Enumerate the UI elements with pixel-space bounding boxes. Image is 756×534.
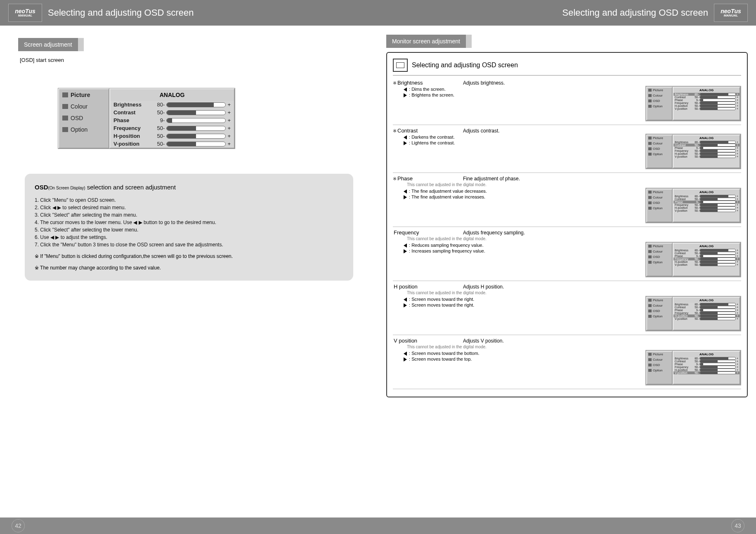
osd-icon (62, 116, 68, 121)
setting-desc: Fine adjustment of phase. (463, 176, 520, 182)
slider-value: 50 (151, 109, 163, 116)
action-right: : The fine adjustment value increases. (409, 194, 485, 199)
setting-name: ※Phase (393, 175, 463, 182)
osd-menu-osd[interactable]: OSD (59, 112, 109, 124)
right-arrow-icon (404, 141, 407, 145)
action-right: : Increases sampling frequency value. (409, 248, 485, 253)
instruction-step: 2. Click ◀ ▶ to select desired main menu… (35, 205, 343, 210)
setting-v-position: V positionAdjusts V position.This cannot… (393, 337, 741, 389)
left-arrow-icon (404, 135, 407, 139)
action-right: : Screen moves toward the top. (409, 357, 472, 362)
right-arrow-icon (404, 357, 407, 362)
section-heading: Screen adjustment (18, 38, 84, 51)
osd-slider-row[interactable]: Phase9 - + (110, 116, 234, 124)
osd-analog-title: ANALOG (110, 89, 234, 101)
setting-desc: Adjusts frequency sampling. (463, 230, 525, 236)
slider-track[interactable] (166, 110, 226, 115)
slider-track[interactable] (166, 126, 226, 131)
osd-thumbnail: PictureColourOSDOptionANALOGBrightness80… (645, 188, 741, 223)
setting-brightness: ※BrightnessAdjusts brightness. : Dims th… (393, 79, 741, 125)
picture-icon (62, 92, 68, 97)
left-arrow-icon (404, 87, 407, 92)
action-left: : Reduces sampling frequency value. (409, 243, 483, 248)
page-number: 43 (731, 519, 744, 532)
panel-title: Selecting and adjusting OSD screen (412, 61, 518, 69)
slider-label: Frequency (113, 125, 151, 131)
right-arrow-icon (404, 303, 407, 307)
footer-bar-right: 43 (378, 517, 756, 534)
setting-contrast: ※ContrastAdjusts contrast. : Darkens the… (393, 127, 741, 173)
osd-slider-row[interactable]: Brightness80 - + (110, 101, 234, 109)
osd-slider-row[interactable]: Frequency50 - + (110, 124, 234, 132)
instructions-box: OSD(On Screen Display) selection and scr… (25, 174, 353, 281)
footer-bar-left: 42 (0, 517, 378, 534)
slider-track[interactable] (166, 142, 226, 146)
left-arrow-icon (404, 352, 407, 356)
slider-label: Brightness (113, 102, 151, 108)
page-header-right: Selecting and adjusting OSD screen neoTu… (378, 0, 756, 26)
slider-label: H-position (113, 133, 151, 139)
right-arrow-icon (404, 249, 407, 253)
osd-thumbnail: PictureColourOSDOptionANALOGBrightness80… (645, 296, 741, 331)
instructions-heading: OSD(On Screen Display) selection and scr… (35, 184, 343, 191)
setting-actions: : Reduces sampling frequency value. : In… (393, 242, 641, 254)
setting-actions: : Darkens the contrast. : Lightens the c… (393, 134, 641, 146)
header-title: Selecting and adjusting OSD screen (562, 7, 708, 18)
instruction-note: ※ The number may change according to the… (35, 265, 343, 271)
setting-name: H position (393, 284, 463, 290)
slider-value: 9 (151, 117, 163, 123)
action-right: : Lightens the contrast. (409, 140, 455, 145)
osd-window: Picture Colour OSD Option ANALOG Brightn… (58, 88, 235, 149)
instructions-notes: ※ If "Menu" button is clicked during con… (35, 253, 343, 271)
osd-menu-picture[interactable]: Picture (59, 89, 109, 101)
monitor-icon (393, 59, 408, 72)
digital-mode-note: This cannot be adjusted in the digital m… (393, 182, 741, 188)
left-arrow-icon (404, 298, 407, 302)
setting-name: ※Brightness (393, 80, 463, 86)
right-arrow-icon (404, 93, 407, 97)
setting-phase: ※PhaseFine adjustment of phase.This cann… (393, 175, 741, 227)
action-left: : Darkens the contrast. (409, 135, 455, 139)
action-right: : Screen moves toward the right. (409, 302, 474, 307)
instruction-note: ※ If "Menu" button is clicked during con… (35, 253, 343, 259)
right-arrow-icon (404, 195, 407, 199)
slider-track[interactable] (166, 118, 226, 123)
setting-actions: : Screen moves toward the right. : Scree… (393, 296, 641, 308)
colour-icon (62, 104, 68, 109)
action-left: : Screen moves toward the bottom. (409, 351, 480, 356)
slider-track[interactable] (166, 102, 226, 107)
setting-name: Frequency (393, 229, 463, 236)
setting-desc: Adjusts contrast. (463, 128, 500, 134)
osd-slider-row[interactable]: V-position50 - + (110, 140, 234, 148)
osd-slider-row[interactable]: Contrast50 - + (110, 109, 234, 116)
osd-thumbnail: PictureColourOSDOptionANALOGBrightness80… (645, 86, 741, 121)
instruction-step: 5. Click "Select" after selecting the lo… (35, 227, 343, 233)
setting-h-position: H positionAdjusts H position.This cannot… (393, 283, 741, 335)
slider-track[interactable] (166, 134, 226, 139)
osd-menu-colour[interactable]: Colour (59, 101, 109, 112)
brand-logo: neoTusMANUAL (714, 4, 748, 22)
digital-mode-note: This cannot be adjusted in the digital m… (393, 290, 741, 296)
action-left: : Dims the screen. (409, 87, 446, 92)
slider-label: Contrast (113, 109, 151, 116)
osd-menu-option[interactable]: Option (59, 124, 109, 135)
instruction-step: 1. Click "Menu" to open OSD screen. (35, 197, 343, 203)
page-number: 42 (12, 519, 25, 532)
osd-slider-row[interactable]: H-position50 - + (110, 132, 234, 140)
digital-mode-note: This cannot be adjusted in the digital m… (393, 236, 741, 242)
slider-value: 80 (151, 102, 163, 108)
instructions-steps: 1. Click "Menu" to open OSD screen.2. Cl… (35, 197, 343, 248)
page-header-left: neoTusMANUAL Selecting and adjusting OSD… (0, 0, 378, 26)
action-right: : Brightens the screen. (409, 92, 454, 97)
left-arrow-icon (404, 243, 407, 248)
osd-thumbnail: PictureColourOSDOptionANALOGBrightness80… (645, 350, 741, 385)
settings-panel: Selecting and adjusting OSD screen ※Brig… (386, 52, 748, 397)
instruction-step: 4. The cursor moves to the lower menu. U… (35, 220, 343, 225)
setting-desc: Adjusts V position. (463, 338, 504, 344)
slider-value: 50 (151, 133, 163, 139)
action-left: : The fine adjustment value decreases. (409, 189, 487, 194)
action-left: : Screen moves toward the right. (409, 297, 474, 302)
setting-actions: : The fine adjustment value decreases. :… (393, 188, 641, 200)
osd-thumbnail: PictureColourOSDOptionANALOGBrightness80… (645, 134, 741, 169)
slider-label: V-position (113, 141, 151, 147)
